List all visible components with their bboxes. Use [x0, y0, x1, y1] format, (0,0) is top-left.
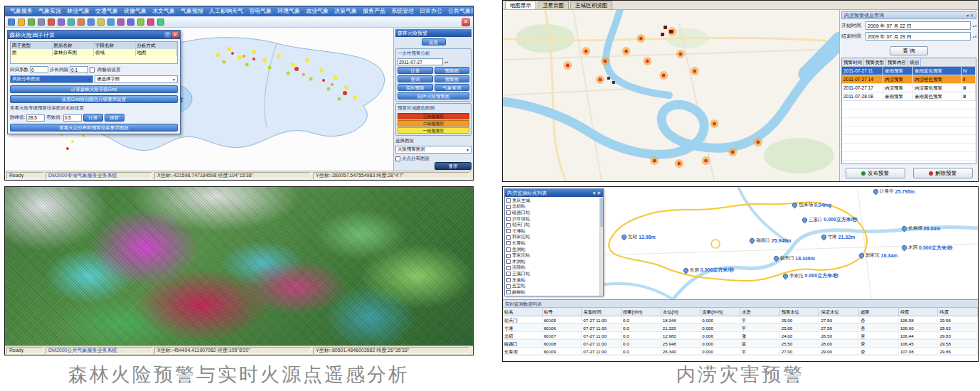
warning-layer-select[interactable]: 火险预警图层 ▼ — [395, 146, 472, 154]
checkbox-icon[interactable] — [506, 223, 511, 227]
table-row[interactable]: 2011-07-28 08 暴雨预警 暴雨黄色预警 Ⅲ — [842, 92, 976, 101]
checkbox-icon[interactable] — [395, 156, 400, 161]
checkbox-icon[interactable] — [506, 247, 511, 252]
menu-item[interactable]: 人工影响天气 — [206, 6, 246, 16]
analysis-button[interactable]: 实时预警 — [398, 84, 433, 91]
station-marker[interactable]: 磁器口 25.948m — [750, 237, 791, 244]
nav-button[interactable]: 显示 — [435, 162, 472, 170]
tab-satellite[interactable]: 卫星云图 — [538, 1, 569, 9]
toolbar-icon[interactable] — [147, 18, 154, 26]
toolbar-icon[interactable] — [68, 18, 75, 26]
station-list-item[interactable]: 朝天门站 — [506, 222, 602, 228]
menu-item[interactable]: 决策气象 — [331, 6, 360, 16]
chevron-down-icon[interactable]: ▾ — [467, 29, 469, 37]
station-list-item[interactable]: 涪陵站 — [506, 265, 602, 272]
station-list-item[interactable]: 李家沱站 — [506, 252, 602, 259]
dialog-titlebar[interactable]: 森林火险因子计算 ? ✕ — [8, 31, 180, 39]
minimize-icon[interactable]: ▾ — [593, 191, 596, 196]
start-date-input[interactable]: 2009 年 07 月 22 日 — [866, 21, 971, 30]
station-list-item[interactable]: 寸滩站 — [506, 228, 602, 235]
save-button[interactable]: 保存 — [105, 114, 124, 122]
step-input[interactable] — [70, 66, 88, 73]
station-marker[interactable]: 寸滩 21.32m — [821, 234, 856, 240]
checkbox-icon[interactable] — [506, 259, 511, 264]
toolbar-icon[interactable] — [38, 18, 45, 26]
settings-button[interactable]: 设置 — [422, 38, 446, 45]
menu-item[interactable]: 雷电气象 — [246, 6, 275, 16]
tab-map-view[interactable]: 地图显示 — [505, 1, 536, 9]
regression-input[interactable] — [30, 66, 48, 73]
city-flood-map[interactable] — [503, 10, 839, 181]
station-marker[interactable]: 计量亭 25.795m — [873, 188, 915, 195]
station-marker[interactable]: 木洞 0.000立方米/秒 — [902, 245, 952, 252]
station-list-item[interactable]: 东泉站 — [506, 277, 602, 284]
table-row[interactable]: 2011-07-27 14 内涝预警 内涝橙色预警 Ⅱ — [842, 75, 976, 84]
menu-item[interactable]: 林业气象 — [64, 6, 92, 16]
toolbar-icon[interactable] — [97, 18, 105, 26]
toolbar-icon[interactable] — [87, 18, 95, 26]
table-row[interactable]: 2011-07-27 11 暴雨预警 暴雨蓝色预警 Ⅳ — [842, 67, 976, 75]
station-marker[interactable]: 鱼洞 0.006立方米/秒 — [683, 267, 734, 274]
station-list-item[interactable]: 郭家沱站 — [506, 235, 602, 241]
menu-item[interactable]: 环境气象 — [275, 6, 303, 16]
checkbox-icon[interactable] — [506, 290, 511, 294]
scrollbar[interactable] — [600, 197, 603, 296]
toolbar-icon[interactable] — [58, 18, 65, 26]
station-list-item[interactable]: 重庆主城 — [506, 198, 602, 204]
toolbar-icon[interactable] — [28, 18, 35, 26]
station-list-item[interactable]: 五宝站 — [506, 283, 602, 289]
fire-risk-map[interactable]: 长沙市 森林火险因子计算 ? ✕ 因子类型图层名称字段名称分析方式 — [5, 28, 393, 171]
station-list-item[interactable]: 北碚站 — [506, 204, 602, 210]
station-list-item[interactable]: 磁器口站 — [506, 210, 602, 216]
menu-item[interactable]: 水文气象 — [149, 6, 178, 16]
analysis-button[interactable]: 查询 — [398, 75, 433, 82]
station-marker[interactable]: 三溪口 0.000立方米/秒 — [802, 216, 858, 223]
table-row[interactable]: 寸滩6010607-27 11:00 0.021.3200.000 平25.00… — [503, 324, 978, 332]
risk-layer-select[interactable]: 风险分布图层 ▼ — [10, 75, 93, 83]
query-button[interactable]: 查 询 — [890, 46, 928, 55]
cancel-warning-button[interactable]: 解除预警 — [913, 168, 973, 178]
pin-icon[interactable]: ▾ — [966, 14, 969, 18]
close-icon[interactable]: ✕ — [462, 18, 470, 26]
checkbox-icon[interactable] — [506, 241, 511, 245]
table-row[interactable]: 磁器口6010807-27 11:00 0.025.9480.000 落25.5… — [503, 340, 978, 348]
toolbar-icon[interactable] — [127, 18, 134, 26]
spinner-icon[interactable]: ▲▼ — [444, 60, 448, 64]
station-list-item[interactable]: 鱼洞站 — [506, 247, 602, 253]
toolbar-icon[interactable] — [137, 18, 144, 26]
analysis-button[interactable]: 预警图 — [435, 75, 470, 82]
toolbar-icon[interactable] — [48, 18, 55, 26]
analysis-button[interactable]: 预警图 — [435, 67, 470, 74]
menu-item[interactable]: 公共气象服务网 — [445, 6, 473, 16]
station-list-item[interactable]: 麻柳站 — [506, 289, 602, 296]
checkbox-icon[interactable] — [506, 254, 511, 258]
checkbox-icon[interactable] — [506, 210, 511, 215]
toolbar-icon[interactable] — [157, 18, 164, 26]
end-date-input[interactable]: 2009 年 07 月 29 日 — [866, 32, 971, 41]
scrollbar-thumb[interactable] — [600, 198, 603, 227]
checkbox-icon[interactable] — [506, 205, 511, 209]
table-row[interactable]: 朝天门6010507-27 11:00 0.018.3460.000 平25.0… — [503, 316, 978, 324]
station-list-item[interactable]: 长寿站 — [506, 240, 602, 247]
menu-item[interactable]: 气象实况 — [36, 6, 64, 16]
grid-color-settings-button[interactable]: 设置Grid级别颜色分级显示设置 — [10, 95, 178, 103]
make-warning-map-button[interactable]: 制作火险预警图 — [398, 92, 469, 100]
table-row[interactable]: 北碚6010707-27 11:00 0.012.9800.006 涨24.00… — [503, 332, 978, 340]
station-list-item[interactable]: 木洞站 — [506, 259, 602, 265]
compute-grid-button[interactable]: 计算森林火险等级Grid — [10, 85, 178, 93]
station-list-item[interactable]: 三溪口站 — [506, 271, 602, 277]
analysis-button[interactable]: 气象查询 — [435, 84, 470, 91]
toolbar-icon[interactable] — [18, 18, 25, 26]
menu-item[interactable]: 气象预报 — [178, 6, 206, 16]
menu-item[interactable]: 系统管理 — [388, 6, 417, 16]
analysis-button[interactable]: 计算 — [398, 67, 433, 74]
close-icon[interactable]: ✕ — [970, 14, 974, 18]
help-icon[interactable]: ? — [164, 32, 171, 38]
toolbar-icon[interactable] — [78, 18, 85, 26]
checkbox-icon[interactable] — [506, 266, 511, 270]
station-marker[interactable]: 郭家沱 16.34m — [859, 252, 898, 259]
station-map[interactable]: 计量亭 25.795m 悦来场 0.04mg 三溪口 0.000立方米/秒 — [503, 187, 978, 299]
checkbox-icon[interactable] — [506, 284, 511, 289]
checkbox-icon[interactable] — [506, 235, 511, 240]
toolbar-icon[interactable] — [107, 18, 114, 26]
